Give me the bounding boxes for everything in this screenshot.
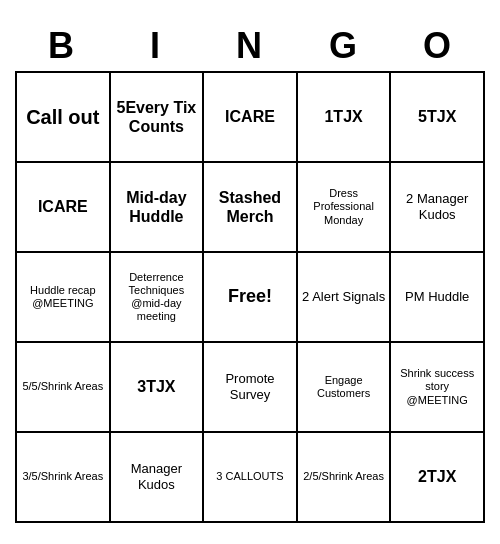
bingo-cell: Deterrence Techniques @mid-day meeting <box>111 253 205 343</box>
bingo-cell: Manager Kudos <box>111 433 205 523</box>
bingo-cell: 2 Alert Signals <box>298 253 392 343</box>
bingo-cell: Call out <box>17 73 111 163</box>
bingo-cell: 2TJX <box>391 433 485 523</box>
bingo-card: BINGO Call out5Every Tix CountsICARE1TJX… <box>15 21 485 523</box>
bingo-grid: Call out5Every Tix CountsICARE1TJX5TJXIC… <box>15 71 485 523</box>
bingo-cell: 5/5/Shrink Areas <box>17 343 111 433</box>
bingo-cell: Dress Professional Monday <box>298 163 392 253</box>
header-letter: B <box>15 21 109 71</box>
bingo-cell: Huddle recap @MEETING <box>17 253 111 343</box>
bingo-cell: 2 Manager Kudos <box>391 163 485 253</box>
bingo-cell: 3 CALLOUTS <box>204 433 298 523</box>
header-letter: I <box>109 21 203 71</box>
header-letter: N <box>203 21 297 71</box>
bingo-cell: ICARE <box>204 73 298 163</box>
bingo-cell: 5TJX <box>391 73 485 163</box>
bingo-cell: Mid-day Huddle <box>111 163 205 253</box>
bingo-cell: 1TJX <box>298 73 392 163</box>
bingo-cell: 2/5/Shrink Areas <box>298 433 392 523</box>
bingo-cell: Stashed Merch <box>204 163 298 253</box>
header-letter: G <box>297 21 391 71</box>
bingo-cell: PM Huddle <box>391 253 485 343</box>
bingo-header: BINGO <box>15 21 485 71</box>
bingo-cell: Free! <box>204 253 298 343</box>
bingo-cell: Promote Survey <box>204 343 298 433</box>
bingo-cell: 5Every Tix Counts <box>111 73 205 163</box>
header-letter: O <box>391 21 485 71</box>
bingo-cell: Shrink success story @MEETING <box>391 343 485 433</box>
bingo-cell: 3/5/Shrink Areas <box>17 433 111 523</box>
bingo-cell: Engage Customers <box>298 343 392 433</box>
bingo-cell: 3TJX <box>111 343 205 433</box>
bingo-cell: ICARE <box>17 163 111 253</box>
